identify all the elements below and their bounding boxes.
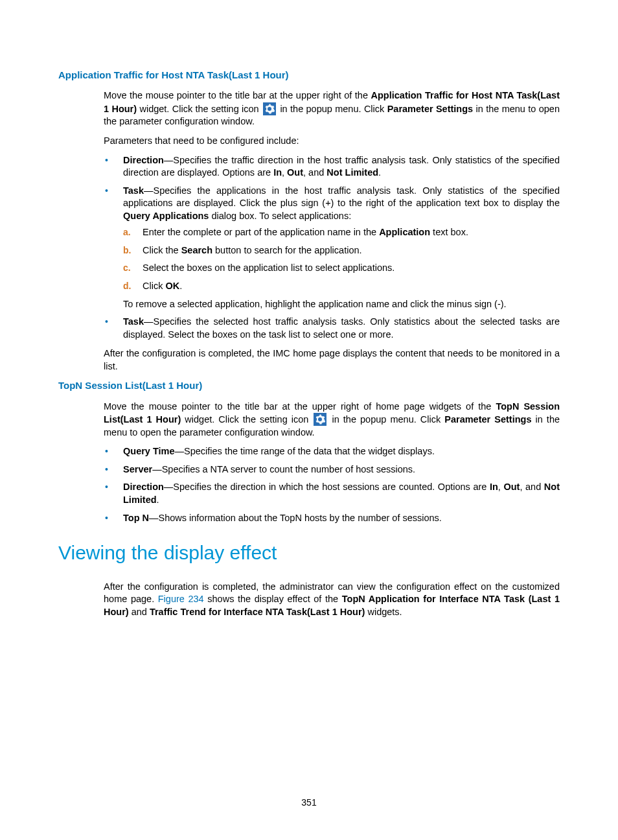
bullet-query-time: Query Time—Specifies the time range of t… (104, 445, 560, 458)
step-letter: c. (123, 262, 131, 274)
s1-paragraph1: Move the mouse pointer to the title bar … (104, 89, 560, 128)
text: Click the (143, 245, 181, 255)
heading-viewing-display: Viewing the display effect (58, 540, 560, 566)
text: , and (303, 167, 326, 178)
step-a: a.Enter the complete or part of the appl… (123, 226, 560, 239)
s2-bullet-list: Query Time—Specifies the time range of t… (104, 445, 560, 524)
heading-app-traffic: Application Traffic for Host NTA Task(La… (58, 69, 560, 82)
text: . (157, 495, 159, 505)
bullet-direction: Direction—Specifies the traffic directio… (104, 154, 560, 180)
text: shows the display effect of the (204, 594, 342, 604)
label: Top N (123, 513, 149, 523)
text: —Specifies the applications in the host … (123, 185, 560, 209)
step-after-text: To remove a selected application, highli… (123, 298, 560, 311)
step-b: b.Click the Search button to search for … (123, 244, 560, 257)
page-number: 351 (0, 797, 618, 808)
bold-param-settings: Parameter Settings (444, 414, 531, 425)
bold-widget2: Traffic Trend for Interface NTA Task(Las… (150, 607, 365, 617)
bold-query-apps: Query Applications (123, 211, 209, 221)
text: Select the boxes on the application list… (143, 262, 395, 273)
label: Task (123, 316, 144, 327)
s3-paragraph1: After the configuration is completed, th… (104, 581, 560, 619)
text: in the popup menu. Click (277, 104, 387, 114)
bold-application: Application (379, 227, 430, 237)
step-c: c.Select the boxes on the application li… (123, 262, 560, 275)
label: Query Time (123, 446, 175, 456)
text: —Specifies the direction in which the ho… (164, 482, 490, 492)
text: button to search for the application. (212, 245, 362, 255)
label: Server (123, 464, 152, 474)
settings-gear-icon (314, 413, 326, 426)
settings-gear-icon (263, 102, 276, 115)
bullet-task-apps: Task—Specifies the applications in the h… (104, 185, 560, 311)
step-letter: b. (123, 244, 131, 257)
step-letter: a. (123, 226, 131, 239)
text: Move the mouse pointer to the title bar … (104, 401, 496, 412)
label: Direction (123, 482, 164, 492)
text: —Specifies a NTA server to count the num… (152, 464, 415, 474)
opt-notlimited: Not Limited (326, 167, 378, 178)
text: Enter the complete or part of the applic… (143, 227, 379, 237)
text: . (378, 167, 381, 178)
text: —Shows information about the TopN hosts … (149, 513, 442, 523)
bold-ok: OK (165, 281, 179, 291)
s1-paragraph2: Parameters that need to be configured in… (104, 135, 560, 148)
text: dialog box. To select applications: (209, 211, 351, 221)
text: Move the mouse pointer to the title bar … (104, 90, 371, 100)
bold-param-settings: Parameter Settings (387, 104, 474, 114)
label: Task (123, 185, 144, 196)
step-letter: d. (123, 280, 131, 292)
text: and (129, 607, 150, 617)
text: , (282, 167, 287, 178)
label: Direction (123, 155, 164, 165)
heading-topn-session: TopN Session List(Last 1 Hour) (58, 379, 560, 392)
text: in the popup menu. Click (328, 414, 444, 425)
text: widgets. (365, 607, 402, 617)
opt-in: In (490, 482, 498, 492)
text: —Specifies the selected host traffic ana… (123, 316, 560, 340)
figure-link[interactable]: Figure 234 (158, 594, 204, 604)
text: widget. Click the setting icon (137, 104, 262, 114)
bold-search: Search (181, 245, 212, 255)
text: Click (143, 281, 165, 291)
text: . (179, 281, 182, 291)
text: widget. Click the setting icon (181, 414, 312, 425)
text: text box. (430, 227, 468, 237)
s1-bullet-list: Direction—Specifies the traffic directio… (104, 154, 560, 342)
text: —Specifies the time range of the data th… (175, 446, 435, 456)
text: , and (520, 482, 544, 492)
bullet-topn: Top N—Shows information about the TopN h… (104, 512, 560, 525)
opt-in: In (273, 167, 282, 178)
step-d: d.Click OK. (123, 280, 560, 293)
s2-paragraph1: Move the mouse pointer to the title bar … (104, 401, 560, 439)
bullet-task-tasks: Task—Specifies the selected host traffic… (104, 316, 560, 341)
opt-out: Out (503, 482, 520, 492)
opt-out: Out (287, 167, 303, 178)
step-list: a.Enter the complete or part of the appl… (123, 226, 560, 292)
bullet-server: Server—Specifies a NTA server to count t… (104, 463, 560, 476)
s1-paragraph3: After the configuration is completed, th… (104, 347, 560, 373)
bullet-direction: Direction—Specifies the direction in whi… (104, 481, 560, 506)
